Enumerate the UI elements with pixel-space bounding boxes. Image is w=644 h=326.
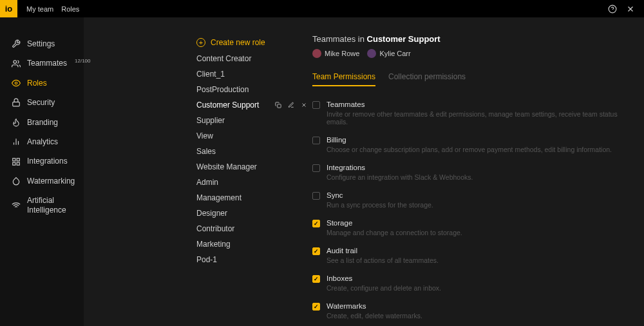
permission-row: SyncRun a sync process for the storage. [312, 191, 631, 209]
watermarking-icon [12, 177, 21, 186]
permission-tabs: Team Permissions Collection permissions [312, 72, 631, 86]
breadcrumb-roles[interactable]: Roles [61, 5, 79, 13]
svg-rect-13 [13, 162, 15, 165]
svg-rect-15 [278, 104, 281, 108]
role-item[interactable]: Client_1 [196, 66, 312, 82]
role-item[interactable]: Pod-1 [196, 252, 312, 267]
permission-row: StorageManage and change a connection to… [312, 219, 631, 236]
role-item[interactable]: Designer [196, 206, 312, 221]
sidebar-item-ai[interactable]: Artificial Intelligence [0, 191, 84, 220]
main-panel: Teammates in Customer Support Mike RoweK… [312, 17, 644, 326]
sidebar: SettingsTeammates12/100RolesSecurityBran… [0, 17, 84, 326]
teammate-chip[interactable]: Kylie Carr [367, 49, 410, 58]
permission-description: Run a sync process for the storage. [327, 201, 631, 209]
sidebar-item-roles[interactable]: Roles [0, 73, 84, 93]
svg-rect-10 [13, 158, 15, 160]
create-role-label: Create new role [211, 38, 265, 47]
role-label: View [196, 131, 213, 140]
page-title: Teammates in Customer Support [312, 34, 631, 44]
breadcrumb: My team Roles [26, 5, 79, 13]
sidebar-item-count: 12/100 [75, 58, 90, 64]
permission-checkbox[interactable] [312, 247, 320, 255]
role-item[interactable]: Content Creator [196, 51, 312, 66]
role-item[interactable]: Supplier [196, 113, 312, 128]
permission-title: Teammates [327, 101, 631, 108]
role-label: Pod-1 [196, 255, 217, 264]
sidebar-item-label: Watermarking [27, 177, 75, 186]
role-item[interactable]: Contributor [196, 221, 312, 236]
security-icon [12, 98, 21, 107]
permission-title: Watermarks [327, 302, 631, 310]
permission-checkbox[interactable] [312, 101, 320, 109]
role-label: Website Manager [196, 162, 257, 171]
sidebar-item-label: Branding [27, 118, 58, 127]
permission-checkbox[interactable] [312, 220, 320, 227]
delete-icon[interactable] [301, 102, 307, 108]
analytics-icon [12, 137, 21, 146]
tab-team-permissions[interactable]: Team Permissions [312, 72, 375, 86]
permission-checkbox[interactable] [312, 303, 320, 311]
sidebar-item-teammates[interactable]: Teammates12/100 [0, 53, 84, 73]
svg-rect-6 [13, 102, 20, 106]
permission-checkbox[interactable] [312, 275, 320, 283]
create-role-button[interactable]: + Create new role [196, 34, 312, 51]
avatar [367, 49, 376, 58]
permission-title: Audit trail [327, 247, 631, 254]
permission-description: Choose or change subscription plans, add… [327, 146, 631, 153]
svg-point-4 [14, 60, 17, 63]
svg-point-5 [15, 82, 17, 84]
role-item[interactable]: Admin [196, 175, 312, 190]
sidebar-item-label: Analytics [27, 137, 58, 146]
permission-description: Create, configure and delete an inbox. [327, 284, 631, 292]
permission-description: Invite or remove other teammates & edit … [327, 110, 631, 126]
permission-row: TeammatesInvite or remove other teammate… [312, 101, 631, 126]
sidebar-item-settings[interactable]: Settings [0, 34, 84, 53]
branding-icon [12, 118, 21, 127]
role-label: Admin [196, 178, 218, 187]
sidebar-item-branding[interactable]: Branding [0, 113, 84, 132]
role-item[interactable]: PostProduction [196, 82, 312, 97]
teammates-icon [12, 59, 21, 68]
role-item[interactable]: Customer Support [196, 97, 312, 113]
role-item[interactable]: Website Manager [196, 159, 312, 175]
svg-rect-11 [17, 158, 19, 160]
permission-checkbox[interactable] [312, 164, 320, 172]
permission-title: Sync [327, 191, 631, 199]
logo[interactable]: io [0, 0, 17, 17]
tab-collection-permissions[interactable]: Collection permissions [388, 72, 466, 86]
topbar: io My team Roles [0, 0, 644, 17]
permission-row: Audit trailSee a list of actions of all … [312, 247, 631, 264]
sidebar-item-watermarking[interactable]: Watermarking [0, 171, 84, 191]
copy-icon[interactable] [275, 102, 281, 108]
permission-title: Storage [327, 219, 631, 227]
permission-title: Inboxes [327, 274, 631, 282]
edit-icon[interactable] [288, 102, 294, 108]
breadcrumb-my-team[interactable]: My team [26, 5, 53, 13]
role-item[interactable]: View [196, 128, 312, 144]
help-icon[interactable] [608, 5, 617, 14]
teammate-chip[interactable]: Mike Rowe [312, 49, 359, 58]
role-item[interactable]: Marketing [196, 236, 312, 252]
role-item[interactable]: Sales [196, 144, 312, 159]
sidebar-item-analytics[interactable]: Analytics [0, 132, 84, 151]
role-label: Client_1 [196, 70, 225, 79]
sidebar-item-label: Roles [27, 79, 47, 88]
role-label: PostProduction [196, 85, 249, 94]
permission-checkbox[interactable] [312, 192, 320, 200]
sidebar-item-security[interactable]: Security [0, 93, 84, 112]
svg-rect-12 [17, 162, 19, 165]
permission-title: Billing [327, 136, 631, 144]
close-icon[interactable] [626, 5, 635, 14]
sidebar-item-label: Settings [27, 39, 55, 48]
role-label: Marketing [196, 240, 231, 249]
teammate-name: Mike Rowe [325, 50, 359, 57]
role-item[interactable]: Management [196, 190, 312, 206]
sidebar-item-integrations[interactable]: Integrations [0, 151, 84, 171]
role-label: Sales [196, 147, 216, 156]
permission-title: Integrations [327, 164, 631, 171]
plus-icon: + [196, 38, 205, 47]
permission-row: InboxesCreate, configure and delete an i… [312, 274, 631, 292]
permission-checkbox[interactable] [312, 137, 320, 144]
role-label: Customer Support [196, 101, 259, 110]
teammate-name: Kylie Carr [379, 50, 410, 57]
